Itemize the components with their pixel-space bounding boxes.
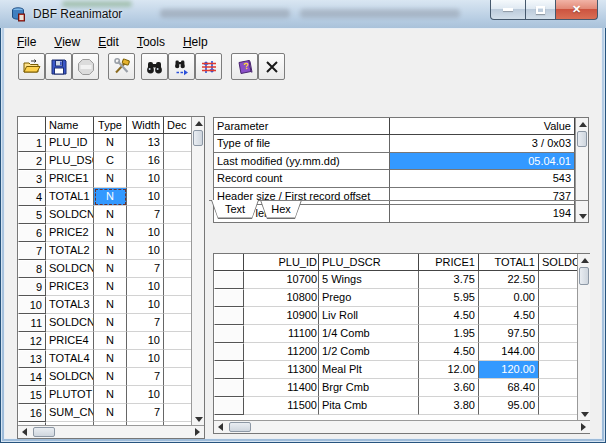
field-name-cell[interactable]: PRICE4 (46, 332, 94, 350)
field-type-cell[interactable]: N (94, 188, 127, 206)
field-row-number[interactable]: 16 (18, 404, 46, 422)
parameter-value-cell[interactable]: 737 (390, 188, 575, 206)
field-type-cell[interactable]: N (94, 368, 127, 386)
scroll-left-icon[interactable] (214, 421, 227, 433)
field-dec-cell[interactable] (164, 386, 191, 404)
record-price1-cell[interactable]: 1.95 (419, 325, 479, 343)
field-type-cell[interactable]: N (94, 170, 127, 188)
record-row-header[interactable] (214, 307, 244, 325)
record-plu-id-cell[interactable]: 11500 (244, 397, 319, 415)
field-type-cell[interactable]: N (94, 314, 127, 332)
parameters-vscroll-thumb[interactable] (577, 131, 587, 147)
field-type-cell[interactable]: N (94, 206, 127, 224)
record-plu-id-cell[interactable]: 11300 (244, 361, 319, 379)
record-row-header[interactable] (214, 379, 244, 397)
field-name-cell[interactable]: SOLDCNT (46, 260, 94, 278)
parameter-name-cell[interactable]: Record count (214, 170, 390, 188)
field-width-cell[interactable]: 10 (127, 170, 164, 188)
field-row-number[interactable]: 3 (18, 170, 46, 188)
record-price1-cell[interactable]: 3.60 (419, 379, 479, 397)
field-name-cell[interactable]: PRICE1 (46, 170, 94, 188)
title-bar[interactable]: DBF Reanimator ✕ (0, 0, 606, 28)
save-button[interactable] (45, 53, 72, 80)
scroll-right-icon[interactable] (577, 421, 590, 433)
record-total1-cell[interactable]: 68.40 (479, 379, 539, 397)
field-type-cell[interactable]: N (94, 278, 127, 296)
stop-button[interactable] (72, 53, 99, 80)
field-dec-cell[interactable] (164, 206, 191, 224)
record-price1-cell[interactable]: 3.75 (419, 271, 479, 289)
record-total1-cell[interactable]: 22.50 (479, 271, 539, 289)
scroll-down-icon[interactable] (576, 210, 589, 222)
menu-item-help[interactable]: Help (174, 32, 217, 52)
field-dec-cell[interactable] (164, 224, 191, 242)
records-vertical-scrollbar[interactable] (577, 254, 590, 420)
record-soldcnt-cell[interactable] (539, 325, 577, 343)
parameter-name-cell[interactable]: Type of file (214, 135, 390, 153)
field-dec-cell[interactable] (164, 188, 191, 206)
field-width-cell[interactable]: 13 (127, 134, 164, 152)
field-name-cell[interactable]: TOTAL3 (46, 296, 94, 314)
record-soldcnt-cell[interactable] (539, 289, 577, 307)
field-width-cell[interactable]: 10 (127, 278, 164, 296)
field-name-cell[interactable]: PRICE2 (46, 224, 94, 242)
field-type-cell[interactable]: N (94, 386, 127, 404)
field-dec-cell[interactable] (164, 350, 191, 368)
field-dec-cell[interactable] (164, 332, 191, 350)
help-button[interactable]: ? (231, 53, 258, 80)
field-dec-cell[interactable] (164, 260, 191, 278)
field-row-number[interactable]: 13 (18, 350, 46, 368)
field-type-cell[interactable]: N (94, 260, 127, 278)
record-plu-id-cell[interactable]: 11400 (244, 379, 319, 397)
maximize-button[interactable] (525, 0, 556, 20)
field-row-number[interactable]: 12 (18, 332, 46, 350)
parameters-vertical-scrollbar[interactable] (575, 118, 588, 222)
record-row-header[interactable] (214, 343, 244, 361)
field-name-cell[interactable]: SOLDCNT (46, 314, 94, 332)
record-plu-id-cell[interactable]: 11100 (244, 325, 319, 343)
field-dec-cell[interactable] (164, 314, 191, 332)
fields-vertical-scrollbar[interactable] (191, 117, 204, 425)
field-type-cell[interactable]: N (94, 296, 127, 314)
field-width-cell[interactable]: 10 (127, 224, 164, 242)
record-row-header[interactable] (214, 361, 244, 379)
field-dec-cell[interactable] (164, 278, 191, 296)
field-name-cell[interactable]: PLUTOT (46, 386, 94, 404)
field-width-cell[interactable]: 10 (127, 386, 164, 404)
record-row-header[interactable] (214, 397, 244, 415)
fields-horizontal-scrollbar[interactable] (18, 425, 204, 438)
field-row-number[interactable]: 4 (18, 188, 46, 206)
field-row-number[interactable]: 5 (18, 206, 46, 224)
record-plu-id-cell[interactable]: 11200 (244, 343, 319, 361)
records-horizontal-scrollbar[interactable] (214, 420, 590, 433)
scroll-up-icon[interactable] (576, 118, 589, 130)
menu-item-edit[interactable]: Edit (89, 32, 128, 52)
field-name-cell[interactable]: SOLDCNT (46, 206, 94, 224)
record-total1-cell[interactable]: 120.00 (479, 361, 539, 379)
field-row-number[interactable]: 8 (18, 260, 46, 278)
record-plu-id-cell[interactable]: 10800 (244, 289, 319, 307)
record-total1-cell[interactable]: 4.50 (479, 307, 539, 325)
close-button[interactable]: ✕ (555, 0, 598, 20)
tab-hex[interactable]: Hex (260, 200, 302, 219)
field-width-cell[interactable]: 10 (127, 242, 164, 260)
parameter-name-cell[interactable]: Last modified (yy.mm.dd) (214, 153, 390, 171)
field-row-number[interactable]: 9 (18, 278, 46, 296)
record-plu-dscr-cell[interactable]: 1/4 Comb (319, 325, 419, 343)
field-name-cell[interactable]: PLU_DSCR (46, 152, 94, 170)
field-width-cell[interactable]: 7 (127, 314, 164, 332)
find-button[interactable] (141, 53, 168, 80)
scroll-down-icon[interactable] (192, 413, 205, 425)
record-plu-id-cell[interactable]: 10700 (244, 271, 319, 289)
field-type-cell[interactable]: N (94, 332, 127, 350)
field-name-cell[interactable]: TOTAL2 (46, 242, 94, 260)
minimize-button[interactable] (490, 0, 526, 20)
field-row-number[interactable]: 10 (18, 296, 46, 314)
field-type-cell[interactable]: N (94, 242, 127, 260)
record-plu-dscr-cell[interactable]: 1/2 Comb (319, 343, 419, 361)
field-dec-cell[interactable] (164, 296, 191, 314)
menu-item-file[interactable]: File (8, 32, 45, 52)
field-name-cell[interactable]: PLU_ID (46, 134, 94, 152)
record-plu-dscr-cell[interactable]: Pita Cmb (319, 397, 419, 415)
field-width-cell[interactable]: 7 (127, 368, 164, 386)
